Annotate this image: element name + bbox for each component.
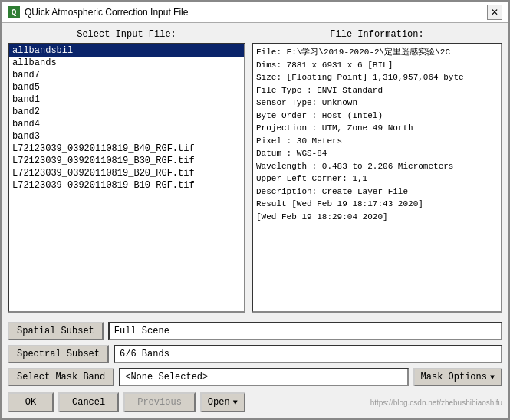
file-list-item[interactable]: allbands: [9, 57, 244, 69]
action-row: OK Cancel Previous Open ▼ https://blog.c…: [8, 391, 502, 412]
file-info-line: Size: [Floating Point] 1,310,957,064 byt…: [256, 71, 498, 84]
file-info-box: File: F:\学习\2019-2020-2\定里遥感实验\2CDims: 7…: [252, 43, 502, 313]
spectral-subset-button[interactable]: Spectral Subset: [8, 345, 109, 363]
file-info-line: Result [Wed Feb 19 18:17:43 2020]: [256, 198, 498, 211]
spatial-subset-value[interactable]: [108, 322, 502, 340]
file-info-line: Projection : UTM, Zone 49 North: [256, 122, 498, 135]
open-button[interactable]: Open ▼: [200, 392, 245, 412]
file-list-item[interactable]: band7: [9, 69, 244, 81]
app-icon: Q: [8, 6, 20, 18]
file-info-line: File Type : ENVI Standard: [256, 84, 498, 97]
file-info-line: Sensor Type: Unknown: [256, 97, 498, 110]
file-info-line: Datum : WGS-84: [256, 147, 498, 160]
file-info-line: Pixel : 30 Meters: [256, 135, 498, 148]
mask-options-label: Mask Options: [421, 372, 487, 382]
spatial-subset-row: Spatial Subset: [8, 322, 502, 340]
file-list-item[interactable]: L72123039_03920110819_B20_RGF.tif: [9, 167, 244, 179]
file-list-item[interactable]: band1: [9, 94, 244, 106]
file-list-item[interactable]: allbandsbil: [9, 44, 244, 57]
right-panel-label: File Information:: [252, 29, 502, 40]
mask-band-row: Select Mask Band Mask Options ▼: [8, 368, 502, 386]
file-list-item[interactable]: band3: [9, 130, 244, 143]
titlebar: Q QUick Atmospheric Correction Input Fil…: [2, 2, 508, 23]
main-window: Q QUick Atmospheric Correction Input Fil…: [0, 0, 510, 420]
cancel-button[interactable]: Cancel: [58, 392, 119, 412]
file-list[interactable]: allbandsbilallbandsband7band5band1band2b…: [8, 43, 245, 313]
file-list-item[interactable]: band5: [9, 81, 244, 94]
spatial-subset-button[interactable]: Spatial Subset: [8, 322, 104, 340]
mask-options-button[interactable]: Mask Options ▼: [413, 368, 502, 386]
open-label: Open: [208, 397, 230, 408]
file-info-line: Wavelength : 0.483 to 2.206 Micrometers: [256, 160, 498, 173]
file-info-line: [Wed Feb 19 18:29:04 2020]: [256, 211, 498, 224]
right-panel: File Information: File: F:\学习\2019-2020-…: [252, 29, 502, 313]
titlebar-left: Q QUick Atmospheric Correction Input Fil…: [8, 6, 188, 18]
previous-button[interactable]: Previous: [123, 392, 196, 412]
watermark: https://blog.csdn.net/zhebushibiaoshifu: [370, 399, 502, 407]
main-content: Select Input File: allbandsbilallbandsba…: [2, 23, 508, 319]
open-arrow: ▼: [233, 399, 238, 407]
file-info-line: Upper Left Corner: 1,1: [256, 172, 498, 185]
spectral-subset-row: Spectral Subset: [8, 345, 502, 363]
close-button[interactable]: ✕: [487, 5, 502, 20]
file-list-item[interactable]: band4: [9, 118, 244, 130]
spectral-subset-value[interactable]: [114, 345, 502, 363]
left-panel: Select Input File: allbandsbilallbandsba…: [8, 29, 245, 313]
file-info-line: Dims: 7881 x 6931 x 6 [BIL]: [256, 59, 498, 72]
file-info-line: Description: Create Layer File: [256, 185, 498, 199]
file-info-line: File: F:\学习\2019-2020-2\定里遥感实验\2C: [256, 46, 498, 59]
file-list-item[interactable]: L72123039_03920110819_B40_RGF.tif: [9, 143, 244, 155]
left-panel-label: Select Input File:: [8, 29, 245, 40]
file-list-item[interactable]: L72123039_03920110819_B30_RGF.tif: [9, 155, 244, 167]
mask-options-arrow: ▼: [490, 373, 495, 382]
select-mask-band-button[interactable]: Select Mask Band: [8, 368, 114, 386]
bottom-section: Spatial Subset Spectral Subset Select Ma…: [2, 319, 508, 418]
ok-button[interactable]: OK: [8, 392, 54, 412]
mask-band-value[interactable]: [119, 368, 408, 386]
file-info-line: Byte Order : Host (Intel): [256, 110, 498, 123]
file-list-item[interactable]: L72123039_03920110819_B10_RGF.tif: [9, 179, 244, 192]
window-title: QUick Atmospheric Correction Input File: [25, 7, 188, 18]
file-list-item[interactable]: band2: [9, 106, 244, 118]
